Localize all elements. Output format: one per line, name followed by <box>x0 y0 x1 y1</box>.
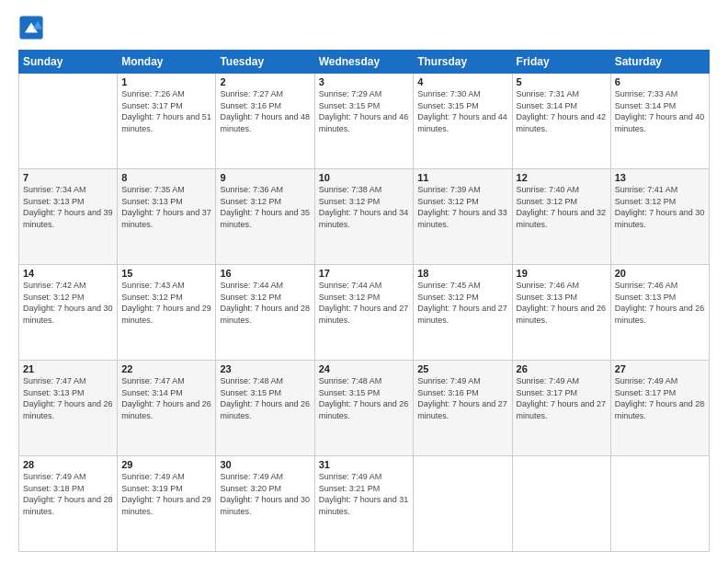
weekday-header-saturday: Saturday <box>610 51 709 74</box>
day-info: Sunrise: 7:44 AMSunset: 3:12 PMDaylight:… <box>220 280 310 326</box>
day-info: Sunrise: 7:45 AMSunset: 3:12 PMDaylight:… <box>417 280 507 326</box>
calendar-week-row: 14Sunrise: 7:42 AMSunset: 3:12 PMDayligh… <box>19 265 710 361</box>
day-info: Sunrise: 7:47 AMSunset: 3:14 PMDaylight:… <box>121 375 211 421</box>
calendar-cell: 13Sunrise: 7:41 AMSunset: 3:12 PMDayligh… <box>610 169 709 265</box>
day-info: Sunrise: 7:49 AMSunset: 3:17 PMDaylight:… <box>517 375 607 421</box>
day-info: Sunrise: 7:33 AMSunset: 3:14 PMDaylight:… <box>615 88 705 134</box>
day-info: Sunrise: 7:35 AMSunset: 3:13 PMDaylight:… <box>121 184 211 230</box>
day-info: Sunrise: 7:39 AMSunset: 3:12 PMDaylight:… <box>417 184 507 230</box>
calendar-cell: 3Sunrise: 7:29 AMSunset: 3:15 PMDaylight… <box>314 74 414 169</box>
day-info: Sunrise: 7:38 AMSunset: 3:12 PMDaylight:… <box>319 184 410 230</box>
day-number: 4 <box>417 76 507 87</box>
day-number: 9 <box>220 172 310 183</box>
weekday-header-sunday: Sunday <box>19 51 118 74</box>
day-info: Sunrise: 7:46 AMSunset: 3:13 PMDaylight:… <box>615 280 705 326</box>
header <box>18 15 710 40</box>
day-info: Sunrise: 7:36 AMSunset: 3:12 PMDaylight:… <box>220 184 310 230</box>
day-info: Sunrise: 7:49 AMSunset: 3:20 PMDaylight:… <box>220 471 310 517</box>
day-number: 6 <box>615 76 705 87</box>
calendar-cell: 17Sunrise: 7:44 AMSunset: 3:12 PMDayligh… <box>314 265 414 361</box>
day-info: Sunrise: 7:49 AMSunset: 3:16 PMDaylight:… <box>417 375 507 421</box>
day-info: Sunrise: 7:41 AMSunset: 3:12 PMDaylight:… <box>615 184 705 230</box>
calendar-cell: 26Sunrise: 7:49 AMSunset: 3:17 PMDayligh… <box>512 361 610 456</box>
day-number: 22 <box>121 363 211 374</box>
day-number: 26 <box>517 363 607 374</box>
calendar-cell: 6Sunrise: 7:33 AMSunset: 3:14 PMDaylight… <box>610 74 709 169</box>
day-number: 24 <box>319 363 410 374</box>
calendar-cell: 27Sunrise: 7:49 AMSunset: 3:17 PMDayligh… <box>610 361 709 456</box>
day-info: Sunrise: 7:27 AMSunset: 3:16 PMDaylight:… <box>220 88 310 134</box>
day-number: 19 <box>517 268 607 279</box>
day-info: Sunrise: 7:47 AMSunset: 3:13 PMDaylight:… <box>23 375 113 421</box>
day-info: Sunrise: 7:49 AMSunset: 3:19 PMDaylight:… <box>121 471 211 517</box>
day-info: Sunrise: 7:49 AMSunset: 3:21 PMDaylight:… <box>319 471 410 517</box>
calendar-week-row: 7Sunrise: 7:34 AMSunset: 3:13 PMDaylight… <box>19 169 710 265</box>
day-info: Sunrise: 7:31 AMSunset: 3:14 PMDaylight:… <box>517 88 607 134</box>
day-number: 28 <box>23 459 113 470</box>
day-info: Sunrise: 7:49 AMSunset: 3:17 PMDaylight:… <box>615 375 705 421</box>
day-info: Sunrise: 7:26 AMSunset: 3:17 PMDaylight:… <box>121 88 211 134</box>
day-number: 31 <box>319 459 410 470</box>
calendar-cell: 30Sunrise: 7:49 AMSunset: 3:20 PMDayligh… <box>216 456 314 552</box>
day-number: 1 <box>121 76 211 87</box>
day-number: 7 <box>23 172 113 183</box>
calendar-cell <box>610 456 709 552</box>
day-number: 29 <box>121 459 211 470</box>
calendar-cell: 12Sunrise: 7:40 AMSunset: 3:12 PMDayligh… <box>512 169 610 265</box>
day-number: 3 <box>319 76 410 87</box>
day-number: 11 <box>417 172 507 183</box>
calendar-cell: 10Sunrise: 7:38 AMSunset: 3:12 PMDayligh… <box>314 169 414 265</box>
calendar-cell: 21Sunrise: 7:47 AMSunset: 3:13 PMDayligh… <box>19 361 118 456</box>
day-number: 13 <box>615 172 705 183</box>
day-info: Sunrise: 7:48 AMSunset: 3:15 PMDaylight:… <box>220 375 310 421</box>
page: SundayMondayTuesdayWednesdayThursdayFrid… <box>0 0 728 563</box>
weekday-header-tuesday: Tuesday <box>216 51 314 74</box>
calendar-cell: 31Sunrise: 7:49 AMSunset: 3:21 PMDayligh… <box>314 456 414 552</box>
calendar-cell: 20Sunrise: 7:46 AMSunset: 3:13 PMDayligh… <box>610 265 709 361</box>
calendar-cell: 22Sunrise: 7:47 AMSunset: 3:14 PMDayligh… <box>118 361 216 456</box>
calendar-table: SundayMondayTuesdayWednesdayThursdayFrid… <box>18 50 710 552</box>
day-number: 5 <box>517 76 607 87</box>
calendar-week-row: 1Sunrise: 7:26 AMSunset: 3:17 PMDaylight… <box>19 74 710 169</box>
day-info: Sunrise: 7:34 AMSunset: 3:13 PMDaylight:… <box>23 184 113 230</box>
day-info: Sunrise: 7:29 AMSunset: 3:15 PMDaylight:… <box>319 88 410 134</box>
day-number: 20 <box>615 268 705 279</box>
day-info: Sunrise: 7:49 AMSunset: 3:18 PMDaylight:… <box>23 471 113 517</box>
calendar-week-row: 28Sunrise: 7:49 AMSunset: 3:18 PMDayligh… <box>19 456 710 552</box>
calendar-week-row: 21Sunrise: 7:47 AMSunset: 3:13 PMDayligh… <box>19 361 710 456</box>
day-number: 25 <box>417 363 507 374</box>
day-number: 27 <box>615 363 705 374</box>
weekday-header-wednesday: Wednesday <box>314 51 414 74</box>
day-number: 16 <box>220 268 310 279</box>
calendar-cell <box>414 456 512 552</box>
calendar-cell: 14Sunrise: 7:42 AMSunset: 3:12 PMDayligh… <box>19 265 118 361</box>
day-number: 21 <box>23 363 113 374</box>
day-number: 30 <box>220 459 310 470</box>
calendar-cell: 23Sunrise: 7:48 AMSunset: 3:15 PMDayligh… <box>216 361 314 456</box>
logo-icon <box>18 15 44 40</box>
day-info: Sunrise: 7:46 AMSunset: 3:13 PMDaylight:… <box>517 280 607 326</box>
calendar-cell <box>512 456 610 552</box>
calendar-cell <box>19 74 118 169</box>
calendar-cell: 8Sunrise: 7:35 AMSunset: 3:13 PMDaylight… <box>118 169 216 265</box>
calendar-cell: 7Sunrise: 7:34 AMSunset: 3:13 PMDaylight… <box>19 169 118 265</box>
weekday-header-friday: Friday <box>512 51 610 74</box>
calendar-cell: 24Sunrise: 7:48 AMSunset: 3:15 PMDayligh… <box>314 361 414 456</box>
logo <box>18 15 46 40</box>
calendar-cell: 18Sunrise: 7:45 AMSunset: 3:12 PMDayligh… <box>414 265 512 361</box>
calendar-cell: 19Sunrise: 7:46 AMSunset: 3:13 PMDayligh… <box>512 265 610 361</box>
day-info: Sunrise: 7:40 AMSunset: 3:12 PMDaylight:… <box>517 184 607 230</box>
weekday-header-row: SundayMondayTuesdayWednesdayThursdayFrid… <box>19 51 710 74</box>
calendar-cell: 29Sunrise: 7:49 AMSunset: 3:19 PMDayligh… <box>118 456 216 552</box>
day-number: 8 <box>121 172 211 183</box>
calendar-cell: 15Sunrise: 7:43 AMSunset: 3:12 PMDayligh… <box>118 265 216 361</box>
calendar-cell: 11Sunrise: 7:39 AMSunset: 3:12 PMDayligh… <box>414 169 512 265</box>
calendar-cell: 28Sunrise: 7:49 AMSunset: 3:18 PMDayligh… <box>19 456 118 552</box>
calendar-cell: 4Sunrise: 7:30 AMSunset: 3:15 PMDaylight… <box>414 74 512 169</box>
day-info: Sunrise: 7:43 AMSunset: 3:12 PMDaylight:… <box>121 280 211 326</box>
day-info: Sunrise: 7:42 AMSunset: 3:12 PMDaylight:… <box>23 280 113 326</box>
day-number: 18 <box>417 268 507 279</box>
calendar-cell: 5Sunrise: 7:31 AMSunset: 3:14 PMDaylight… <box>512 74 610 169</box>
day-number: 2 <box>220 76 310 87</box>
day-info: Sunrise: 7:48 AMSunset: 3:15 PMDaylight:… <box>319 375 410 421</box>
